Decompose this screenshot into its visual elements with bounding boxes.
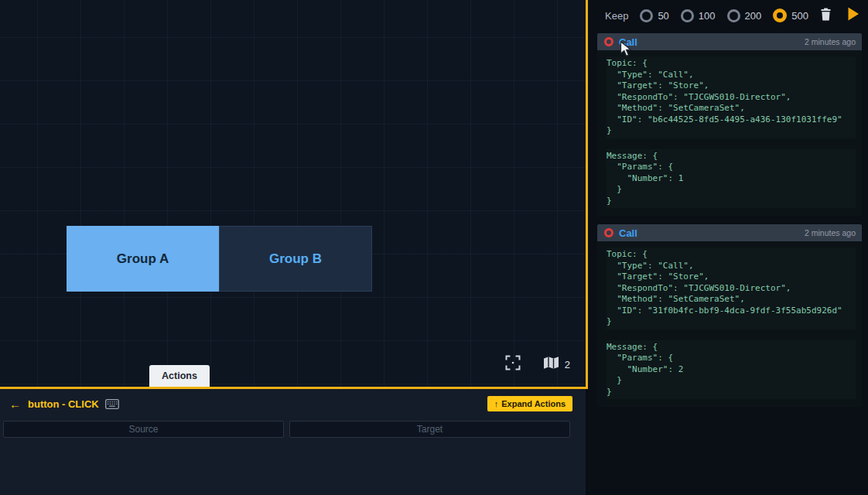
target-dropzone[interactable]: Target [289,421,570,438]
radio-icon [727,9,740,22]
record-dot-icon [604,228,613,237]
log-toolbar: Keep 50 100 200 500 [588,0,868,31]
log-entry-body: Topic: { "Type": "Call", "Target": "Stor… [597,241,862,407]
source-dropzone[interactable]: Source [3,421,284,438]
log-panel: Keep 50 100 200 500 [588,0,868,495]
log-message-json: Message: { "Params": { "Number": 2 } } [607,340,856,400]
group-b-button[interactable]: Group B [219,226,372,292]
log-entry-body: Topic: { "Type": "Call", "Target": "Stor… [597,50,862,216]
log-entry-title: Call [619,36,637,48]
log-message-json: Message: { "Params": { "Number": 1 } } [607,149,856,209]
keyboard-icon [105,399,119,409]
log-entry-timestamp: 2 minutes ago [805,37,856,46]
keep-option-100[interactable]: 100 [681,9,716,22]
expand-arrow-icon: ↑ [494,399,499,408]
action-title: button - CLICK [28,398,99,410]
group-a-button[interactable]: Group A [67,226,219,292]
group-b-label: Group B [269,251,322,267]
radio-selected-icon [773,9,787,22]
keep-option-label: 100 [699,10,716,22]
tab-actions[interactable]: Actions [149,365,210,387]
clear-log-button[interactable] [820,8,832,24]
keep-label: Keep [605,10,628,22]
keep-option-200[interactable]: 200 [727,9,762,22]
map-icon [543,356,559,373]
keep-option-500[interactable]: 500 [773,9,808,22]
map-toggle-button[interactable]: 2 [543,356,570,373]
radio-icon [681,9,694,22]
stage-canvas[interactable]: Group A Group B 2 Actions [0,0,588,389]
log-entry-header[interactable]: Call 2 minutes ago [597,224,862,241]
action-editor-fields: Source Target [0,418,586,438]
log-entry-list: Call 2 minutes ago Topic: { "Type": "Cal… [588,31,868,407]
log-entry: Call 2 minutes ago Topic: { "Type": "Cal… [597,224,862,407]
keep-option-label: 500 [791,10,808,22]
log-entry: Call 2 minutes ago Topic: { "Type": "Cal… [597,33,862,216]
back-arrow-icon[interactable]: ← [9,398,21,410]
keep-option-50[interactable]: 50 [640,9,668,22]
radio-icon [640,9,653,22]
play-button[interactable] [846,6,860,25]
trash-icon [820,8,832,24]
log-entry-header[interactable]: Call 2 minutes ago [597,33,862,50]
log-topic-json: Topic: { "Type": "Call", "Target": "Stor… [607,248,856,329]
log-topic-json: Topic: { "Type": "Call", "Target": "Stor… [607,56,856,138]
group-a-label: Group A [117,251,169,267]
fit-view-icon [504,354,521,374]
action-editor-header: ← button - CLICK ↑ Expand Actions [0,389,586,418]
expand-actions-button[interactable]: ↑ Expand Actions [487,396,572,411]
log-entry-timestamp: 2 minutes ago [805,228,856,237]
play-icon [846,6,860,25]
fit-view-button[interactable] [504,354,521,374]
map-count: 2 [565,359,570,370]
record-dot-icon [604,37,613,46]
keep-option-label: 200 [745,10,762,22]
canvas-toolbar: 2 [504,354,570,374]
log-entry-title: Call [619,227,637,239]
action-editor-panel: ← button - CLICK ↑ Expand Actions Source… [0,389,586,495]
expand-actions-label: Expand Actions [501,399,566,408]
keep-option-label: 50 [658,10,668,22]
